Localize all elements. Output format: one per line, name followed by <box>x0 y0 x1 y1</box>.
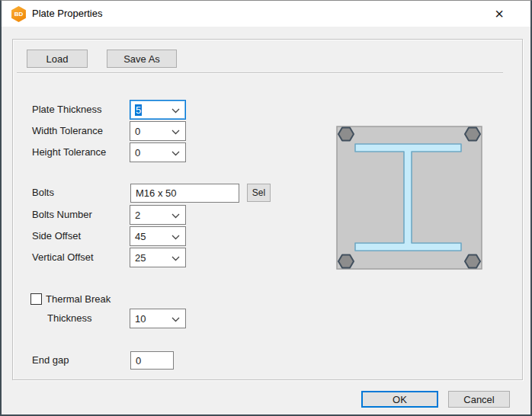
load-button[interactable]: Load <box>27 50 88 68</box>
bolts-number-dropdown[interactable]: 2 <box>130 205 186 225</box>
bolt-hexagon-icon <box>338 255 354 268</box>
bolts-number-label: Bolts Number <box>32 209 92 220</box>
window-title: Plate Properties <box>32 8 103 19</box>
chevron-down-icon <box>171 151 180 156</box>
bolts-label: Bolts <box>32 187 54 198</box>
vertical-offset-label: Vertical Offset <box>32 251 94 263</box>
bolts-field[interactable]: M16 x 50 <box>130 184 239 203</box>
height-tolerance-value: 0 <box>135 147 140 158</box>
end-gap-input[interactable]: 0 <box>130 351 174 370</box>
chevron-down-icon <box>171 317 180 322</box>
width-tolerance-value: 0 <box>135 126 140 137</box>
plate-thickness-value: 5 <box>135 104 142 116</box>
thickness-dropdown[interactable]: 10 <box>130 309 186 328</box>
app-logo-icon: BD <box>11 6 27 22</box>
side-offset-label: Side Offset <box>32 230 81 242</box>
end-gap-label: End gap <box>32 354 69 366</box>
plate-thickness-label: Plate Thickness <box>32 104 102 115</box>
thickness-label: Thickness <box>47 312 92 324</box>
bolt-hexagon-icon <box>465 128 480 141</box>
ok-button[interactable]: OK <box>361 391 438 408</box>
chevron-down-icon <box>171 108 180 114</box>
close-icon[interactable]: × <box>483 1 515 27</box>
vertical-offset-value: 25 <box>135 252 146 264</box>
side-offset-value: 45 <box>135 231 146 242</box>
width-tolerance-dropdown[interactable]: 0 <box>130 121 186 141</box>
thermal-break-label: Thermal Break <box>46 293 111 305</box>
bolts-select-button[interactable]: Sel <box>247 184 271 202</box>
chevron-down-icon <box>171 213 180 219</box>
plate-thickness-dropdown[interactable]: 5 <box>130 100 186 120</box>
thickness-value: 10 <box>135 313 146 325</box>
vertical-offset-dropdown[interactable]: 25 <box>130 248 186 267</box>
thermal-break-checkbox[interactable] <box>30 293 42 305</box>
width-tolerance-label: Width Tolerance <box>32 125 103 136</box>
save-as-button[interactable]: Save As <box>107 50 177 68</box>
divider <box>17 72 503 74</box>
bolts-number-value: 2 <box>135 210 140 221</box>
chevron-down-icon <box>171 256 180 261</box>
plate-preview-drawing <box>329 119 493 279</box>
side-offset-dropdown[interactable]: 45 <box>130 226 186 246</box>
titlebar: BD Plate Properties × <box>2 1 530 27</box>
height-tolerance-dropdown[interactable]: 0 <box>130 142 186 162</box>
plate-properties-dialog: BD Plate Properties × Load Save As Plate… <box>0 0 532 416</box>
cancel-button[interactable]: Cancel <box>448 391 510 408</box>
chevron-down-icon <box>171 130 180 135</box>
bolt-hexagon-icon <box>338 128 354 141</box>
bolt-hexagon-icon <box>465 255 480 268</box>
chevron-down-icon <box>171 235 180 240</box>
height-tolerance-label: Height Tolerance <box>32 146 106 158</box>
